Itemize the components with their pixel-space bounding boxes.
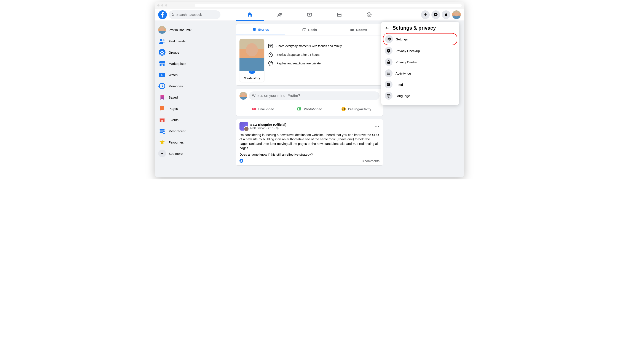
messenger-icon: [268, 60, 273, 66]
post-more-button[interactable]: ···: [375, 124, 380, 129]
like-count[interactable]: 3: [245, 159, 246, 163]
composer-photo-video[interactable]: Photo/video: [286, 105, 333, 113]
facebook-logo[interactable]: [158, 10, 167, 19]
sidebar-item-label: See more: [169, 152, 183, 155]
photo-icon: [297, 106, 302, 112]
composer-feeling[interactable]: Feeling/activity: [333, 105, 380, 113]
sidebar-item-label: Saved: [169, 96, 178, 99]
composer-card: What's on your mind, Protim? Live video …: [236, 89, 383, 116]
stories-tabs: Stories Reels Rooms: [236, 24, 383, 35]
dropdown-title: Settings & privacy: [393, 25, 436, 31]
composer-live-video[interactable]: Live video: [239, 105, 286, 113]
svg-rect-25: [351, 29, 353, 31]
svg-point-15: [163, 52, 164, 53]
search-placeholder: Search Facebook: [176, 13, 202, 16]
star-icon: [158, 138, 166, 146]
watch-icon: [307, 12, 312, 17]
like-icon: [239, 159, 243, 163]
top-header: Search Facebook: [155, 9, 464, 21]
watch-icon: [158, 71, 166, 79]
plus-icon: [423, 13, 427, 17]
sidebar-item-label: Find friends: [169, 39, 185, 43]
reels-icon: [302, 28, 307, 32]
nav-watch[interactable]: [295, 9, 324, 21]
sidebar-item-memories[interactable]: Memories: [156, 80, 231, 92]
create-button[interactable]: [421, 10, 430, 19]
sidebar-item-profile[interactable]: Protim Bhaumik: [156, 24, 231, 35]
dropdown-item-language[interactable]: Language: [383, 90, 457, 101]
sidebar-item-label: Pages: [169, 107, 178, 111]
account-avatar[interactable]: [452, 10, 461, 19]
comment-count[interactable]: 3 comments: [362, 159, 380, 163]
svg-point-13: [161, 51, 163, 52]
svg-point-34: [344, 108, 345, 109]
svg-point-40: [387, 73, 388, 74]
center-nav: [236, 9, 383, 21]
dropdown-item-settings[interactable]: Settings: [383, 33, 457, 45]
svg-point-46: [388, 85, 389, 86]
svg-point-29: [253, 109, 254, 110]
svg-point-10: [160, 39, 162, 41]
svg-rect-24: [303, 28, 306, 31]
sidebar-item-find-friends[interactable]: Find friends: [156, 35, 231, 47]
post-group-name[interactable]: SEO Blueprint (Official): [250, 123, 286, 126]
composer-input[interactable]: What's on your mind, Protim?: [249, 91, 380, 100]
svg-point-45: [389, 84, 390, 85]
post-time: 22 h: [268, 126, 273, 130]
sidebar-item-watch[interactable]: Watch: [156, 69, 231, 80]
post-meta: Matt Gibson · 22 h ·: [250, 126, 286, 130]
sidebar-item-groups[interactable]: Groups: [156, 47, 231, 58]
story-image: [239, 39, 264, 71]
sidebar-item-saved[interactable]: Saved: [156, 92, 231, 103]
search-input[interactable]: Search Facebook: [169, 10, 220, 19]
avatar-icon: [158, 26, 166, 34]
sidebar-item-label: Protim Bhaumik: [169, 28, 192, 32]
sliders-icon: [385, 81, 393, 88]
smile-icon: [341, 106, 346, 112]
notifications-button[interactable]: [442, 10, 450, 19]
dropdown-item-activity-log[interactable]: Activity log: [383, 68, 457, 79]
create-story-card[interactable]: + Create story: [239, 39, 264, 82]
tab-stories[interactable]: Stories: [236, 24, 285, 35]
dropdown-item-label: Language: [395, 94, 410, 98]
group-avatar[interactable]: [239, 122, 248, 131]
friends-icon: [277, 12, 282, 17]
tab-rooms[interactable]: Rooms: [334, 24, 383, 35]
sidebar-item-events[interactable]: Events: [156, 114, 231, 125]
sidebar-item-see-more[interactable]: See more: [156, 148, 231, 159]
recent-icon: [158, 127, 166, 135]
groups-icon: [366, 12, 372, 17]
sidebar-item-favourites[interactable]: Favourites: [156, 137, 231, 148]
sidebar-item-pages[interactable]: Pages: [156, 103, 231, 114]
action-label: Live video: [258, 107, 274, 111]
action-label: Feeling/activity: [348, 107, 371, 111]
dropdown-item-privacy-centre[interactable]: Privacy Centre: [383, 56, 457, 68]
composer-avatar[interactable]: [239, 92, 247, 100]
dropdown-item-feed[interactable]: Feed: [383, 79, 457, 90]
dropdown-item-privacy-checkup[interactable]: Privacy Checkup: [383, 45, 457, 56]
sidebar-item-marketplace[interactable]: Marketplace: [156, 58, 231, 69]
messenger-button[interactable]: [431, 10, 440, 19]
nav-home[interactable]: [236, 9, 264, 21]
post-text: I'm considering launching a new travel d…: [239, 133, 380, 150]
sidebar-item-label: Memories: [169, 84, 183, 88]
url-bar[interactable]: [195, 4, 462, 7]
nav-groups[interactable]: [355, 9, 383, 21]
svg-point-14: [160, 52, 161, 53]
tab-label: Rooms: [356, 28, 367, 31]
tab-reels[interactable]: Reels: [285, 24, 334, 35]
gear-icon: [385, 35, 393, 43]
svg-rect-36: [388, 50, 389, 51]
post-text: Does anyone know if this still an effect…: [239, 152, 380, 157]
tab-label: Stories: [258, 28, 269, 31]
svg-rect-39: [388, 72, 390, 72]
post-author[interactable]: Matt Gibson: [250, 126, 266, 130]
nav-marketplace[interactable]: [325, 9, 353, 21]
events-icon: [158, 116, 166, 124]
nav-friends[interactable]: [266, 9, 294, 21]
back-arrow-icon[interactable]: [385, 26, 390, 30]
svg-rect-19: [160, 118, 165, 119]
svg-point-6: [367, 13, 371, 17]
sidebar-item-most-recent[interactable]: Most recent: [156, 125, 231, 137]
groups-icon: [158, 48, 166, 56]
